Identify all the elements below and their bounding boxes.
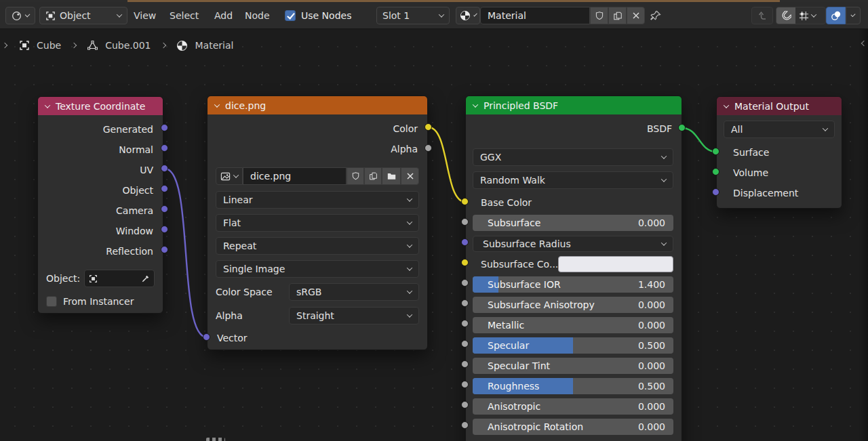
subsurface-color-row: Subsurface Co...: [473, 256, 673, 272]
socket-metallic-input[interactable]: [461, 320, 469, 327]
overlays-dropdown[interactable]: [846, 7, 861, 24]
socket-camera-output[interactable]: [161, 205, 168, 213]
socket-window-output[interactable]: [161, 226, 168, 233]
pin-icon[interactable]: [650, 7, 662, 24]
overlays-toggle-button[interactable]: [826, 7, 846, 24]
extension-dropdown[interactable]: Repeat: [216, 237, 419, 255]
subsurface-anisotropy-slider[interactable]: Subsurface Anisotropy 0.000: [473, 297, 673, 313]
socket-surface-input[interactable]: [712, 148, 719, 155]
from-instancer-checkbox[interactable]: [46, 296, 57, 307]
image-fake-user-button[interactable]: [347, 167, 364, 185]
menu-add[interactable]: Add: [214, 9, 233, 22]
specular-tint-slider[interactable]: Specular Tint 0.000: [473, 358, 673, 374]
socket-subsurface-color-input[interactable]: [461, 259, 469, 266]
node-header-principled-bsdf[interactable]: Principled BSDF: [466, 96, 682, 114]
socket-bsdf-output[interactable]: [678, 124, 686, 131]
socket-subsurface-input[interactable]: [461, 218, 469, 226]
image-copy-button[interactable]: [364, 167, 382, 185]
node-title: Texture Coordinate: [56, 101, 145, 112]
menu-node[interactable]: Node: [245, 9, 270, 22]
node-header-texture-coordinate[interactable]: Texture Coordinate: [38, 97, 163, 115]
breadcrumb-object[interactable]: Cube: [37, 40, 61, 51]
socket-volume-input[interactable]: [712, 168, 719, 175]
metallic-slider[interactable]: Metallic 0.000: [473, 317, 673, 333]
collapse-icon: [214, 102, 220, 107]
node-canvas[interactable]: Cube Cube.001 Material Texture Coordinat: [0, 29, 868, 441]
node-image-texture[interactable]: dice.png Color Alpha dice.png: [207, 96, 428, 350]
distribution-dropdown[interactable]: GGX: [473, 148, 673, 166]
socket-subsurface-radius-input[interactable]: [461, 238, 469, 246]
subsurface-radius-dropdown[interactable]: Subsurface Radius: [473, 236, 673, 252]
new-material-button[interactable]: [608, 7, 627, 24]
socket-normal-output[interactable]: [161, 144, 168, 152]
mode-dropdown[interactable]: Object: [39, 7, 127, 24]
subsurface-method-dropdown[interactable]: Random Walk: [473, 171, 673, 189]
slot-dropdown[interactable]: Slot 1: [376, 7, 450, 24]
output-camera: Camera: [38, 201, 163, 221]
unlink-material-button[interactable]: [627, 7, 645, 24]
interpolation-dropdown[interactable]: Linear: [216, 191, 419, 209]
go-to-parent-tree-button[interactable]: [751, 7, 773, 24]
node-material-output[interactable]: Material Output All Surface Volume Displ…: [716, 96, 842, 209]
specular-slider[interactable]: Specular 0.500: [473, 337, 673, 354]
output-target-dropdown[interactable]: All: [724, 121, 835, 138]
socket-subsurface-ior-input[interactable]: [461, 279, 469, 287]
node-texture-coordinate[interactable]: Texture Coordinate Generated Normal UV O…: [37, 96, 163, 314]
material-browser-button[interactable]: [456, 7, 480, 24]
material-name-field[interactable]: Material: [480, 7, 590, 24]
anisotropic-rotation-slider[interactable]: Anisotropic Rotation 0.000: [473, 419, 673, 435]
image-name-field[interactable]: dice.png: [243, 167, 347, 185]
alpha-mode-dropdown[interactable]: Straight: [289, 307, 419, 324]
node-title: Principled BSDF: [484, 100, 558, 111]
socket-object-output[interactable]: [161, 185, 168, 192]
use-nodes-checkbox[interactable]: [285, 10, 296, 21]
eyedropper-icon[interactable]: [141, 274, 150, 283]
chevron-down-icon: [473, 13, 477, 17]
breadcrumb-expand-icon[interactable]: [2, 43, 7, 48]
menu-view[interactable]: View: [134, 9, 156, 22]
editor-type-button[interactable]: [5, 7, 35, 24]
breadcrumb-mesh[interactable]: Cube.001: [105, 40, 151, 51]
output-alpha: Alpha: [208, 139, 427, 159]
socket-anisotropic-rotation-input[interactable]: [461, 421, 469, 429]
subsurface-color-swatch[interactable]: [558, 256, 673, 272]
color-space-dropdown[interactable]: sRGB: [289, 283, 419, 301]
snap-settings-dropdown[interactable]: [795, 11, 819, 21]
subsurface-slider[interactable]: Subsurface 0.000: [473, 215, 673, 231]
breadcrumb-material[interactable]: Material: [195, 40, 233, 51]
socket-alpha-output[interactable]: [425, 144, 432, 152]
socket-subsurface-anisotropy-input[interactable]: [461, 299, 469, 307]
socket-specular-tint-input[interactable]: [461, 360, 469, 368]
roughness-slider[interactable]: Roughness 0.500: [473, 378, 673, 394]
socket-vector-input[interactable]: [203, 333, 210, 341]
image-browser-button[interactable]: [216, 167, 243, 185]
snap-toggle-button[interactable]: [776, 7, 795, 24]
socket-displacement-input[interactable]: [712, 188, 719, 196]
node-header-material-output[interactable]: Material Output: [717, 97, 842, 115]
image-unlink-button[interactable]: [401, 167, 419, 185]
image-open-button[interactable]: [382, 167, 401, 185]
socket-reflection-output[interactable]: [161, 246, 168, 253]
slider-label: Subsurface IOR: [473, 279, 561, 290]
projection-dropdown[interactable]: Flat: [216, 214, 419, 232]
socket-uv-output[interactable]: [161, 165, 168, 172]
dropdown-label: Subsurface Radius: [483, 238, 571, 249]
socket-roughness-input[interactable]: [461, 381, 469, 388]
socket-base-color-input[interactable]: [461, 198, 469, 205]
node-principled-bsdf[interactable]: Principled BSDF BSDF GGX Random Walk Bas…: [465, 96, 682, 441]
socket-specular-input[interactable]: [461, 340, 469, 348]
socket-generated-output[interactable]: [161, 124, 168, 131]
slider-label: Subsurface: [473, 217, 540, 228]
use-nodes-toggle[interactable]: Use Nodes: [285, 7, 351, 24]
slider-value: 0.000: [638, 360, 673, 371]
socket-color-output[interactable]: [425, 123, 432, 131]
subsurface-ior-slider[interactable]: Subsurface IOR 1.400: [473, 276, 673, 293]
anisotropic-slider[interactable]: Anisotropic 0.000: [473, 398, 673, 415]
source-dropdown[interactable]: Single Image: [216, 260, 419, 278]
node-header-image-texture[interactable]: dice.png: [208, 96, 427, 114]
menu-select[interactable]: Select: [170, 9, 199, 22]
fake-user-button[interactable]: [590, 7, 608, 24]
output-bsdf: BSDF: [466, 119, 682, 139]
object-picker-field[interactable]: [84, 270, 155, 287]
socket-anisotropic-input[interactable]: [461, 401, 469, 408]
